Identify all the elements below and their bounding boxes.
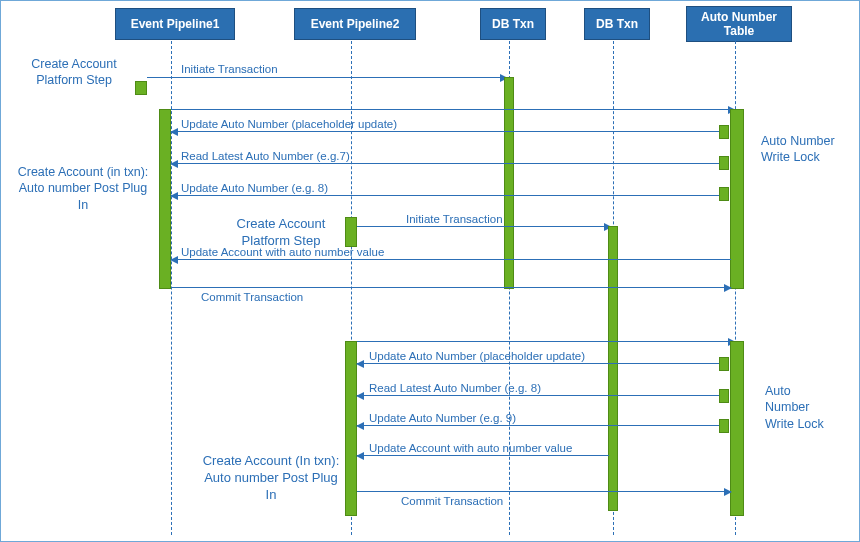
participant-event-pipeline2: Event Pipeline2	[295, 9, 415, 39]
activation-ant-m2	[719, 125, 729, 139]
participant-event-pipeline1: Event Pipeline1	[116, 9, 234, 39]
msg-label-m8: Update Auto Number (placeholder update)	[369, 350, 585, 362]
msg-update-auto-number-8	[171, 195, 719, 196]
msg-commit-transaction-2	[357, 491, 731, 492]
msg-label-m3: Read Latest Auto Number (e.g.7)	[181, 150, 350, 162]
activation-ant-lock-2	[730, 341, 744, 516]
participant-db-txn-1: DB Txn	[481, 9, 545, 39]
msg-initiate-transaction-2	[357, 226, 611, 227]
activation-ant-m4	[719, 187, 729, 201]
msg-ep1-to-ant-start	[171, 109, 735, 110]
label-auto-number-write-lock-2: Auto Number Write Lock	[765, 383, 835, 432]
label-create-account-platform-step-1: Create Account Platform Step	[31, 56, 117, 89]
label-create-account-auto-number-1: Create Account (in txn): Auto number Pos…	[13, 164, 153, 213]
activation-ant-m3	[719, 156, 729, 170]
label-create-account-auto-number-2: Create Account (In txn): Auto number Pos…	[201, 453, 341, 504]
msg-label-m2: Update Auto Number (placeholder update)	[181, 118, 397, 130]
lifeline-ep1	[171, 41, 172, 535]
msg-update-auto-number-9	[357, 425, 719, 426]
activation-ep2-platform-step	[345, 217, 357, 247]
msg-read-latest-auto-number-1	[171, 163, 719, 164]
msg-label-m9: Read Latest Auto Number (e.g. 8)	[369, 382, 541, 394]
label-auto-number-write-lock-1: Auto Number Write Lock	[761, 133, 851, 166]
msg-read-latest-auto-number-2	[357, 395, 719, 396]
sequence-diagram: Event Pipeline1 Event Pipeline2 DB Txn D…	[0, 0, 860, 542]
activation-ant-m9	[719, 389, 729, 403]
msg-initiate-transaction-1	[147, 77, 507, 78]
activation-ep1-platform-step	[135, 81, 147, 95]
msg-label-m5: Initiate Transaction	[406, 213, 503, 225]
participant-auto-number-table: Auto Number Table	[687, 7, 791, 41]
msg-label-m7: Commit Transaction	[201, 291, 303, 303]
msg-update-account-value-2	[357, 455, 609, 456]
msg-label-initiate-transaction-1: Initiate Transaction	[181, 63, 278, 75]
msg-label-m6: Update Account with auto number value	[181, 246, 384, 258]
msg-update-auto-number-placeholder-2	[357, 363, 719, 364]
activation-ant-m8	[719, 357, 729, 371]
msg-commit-transaction-1	[171, 287, 731, 288]
msg-ep2-to-ant-start	[357, 341, 735, 342]
label-create-account-platform-step-2: Create Account Platform Step	[221, 216, 341, 250]
msg-label-m4: Update Auto Number (e.g. 8)	[181, 182, 328, 194]
msg-label-m12: Commit Transaction	[401, 495, 503, 507]
msg-label-m11: Update Account with auto number value	[369, 442, 572, 454]
msg-update-auto-number-placeholder-1	[171, 131, 719, 132]
msg-label-m10: Update Auto Number (e.g. 9)	[369, 412, 516, 424]
msg-update-account-value-1	[171, 259, 731, 260]
activation-ant-lock-1	[730, 109, 744, 289]
activation-db2	[608, 226, 618, 511]
activation-ant-m10	[719, 419, 729, 433]
participant-db-txn-2: DB Txn	[585, 9, 649, 39]
